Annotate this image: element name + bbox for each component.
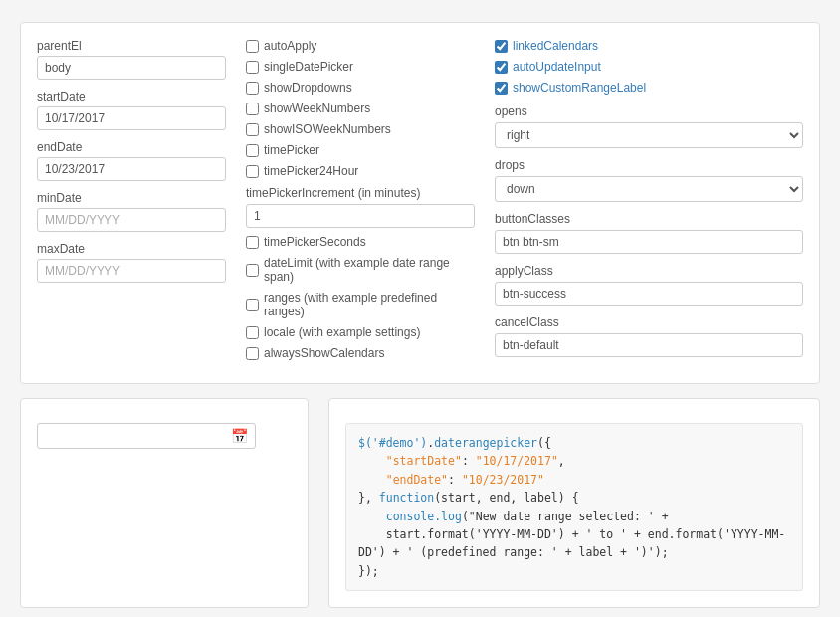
timepicker-input[interactable] xyxy=(246,204,475,228)
checkbox-input-showISOWeekNumbers[interactable] xyxy=(246,123,259,136)
checkbox-label-ranges: ranges (with example predefined ranges) xyxy=(264,291,475,318)
checkbox-ranges[interactable]: ranges (with example predefined ranges) xyxy=(246,291,475,318)
picker-demo-panel: 📅 xyxy=(20,398,309,608)
config-code-panel: $('#demo').daterangepicker({ "startDate"… xyxy=(328,398,820,608)
apply-class-label: applyClass xyxy=(495,264,803,278)
label-minDate: minDate xyxy=(37,191,226,205)
checkbox-label-timePicker24Hour: timePicker24Hour xyxy=(264,164,358,178)
checkbox-label-showCustomRangeLabel: showCustomRangeLabel xyxy=(513,81,646,95)
checkbox-showISOWeekNumbers[interactable]: showISOWeekNumbers xyxy=(246,122,475,136)
checkbox-input-singleDatePicker[interactable] xyxy=(246,61,259,74)
drops-label: drops xyxy=(495,158,803,172)
timepicker-label: timePickerIncrement (in minutes) xyxy=(246,186,475,200)
checkbox-input-linkedCalendars[interactable] xyxy=(495,40,508,53)
opens-label: opens xyxy=(495,104,803,118)
checkbox-label-alwaysShowCalendars: alwaysShowCalendars xyxy=(264,346,384,360)
code-block: $('#demo').daterangepicker({ "startDate"… xyxy=(345,423,803,591)
checkbox-autoUpdateInput[interactable]: autoUpdateInput xyxy=(495,60,803,74)
checkbox-input-dateLimit[interactable] xyxy=(246,264,259,277)
checkbox-input-timePicker24Hour[interactable] xyxy=(246,165,259,178)
label-endDate: endDate xyxy=(37,140,226,154)
checkbox-timePicker24Hour[interactable]: timePicker24Hour xyxy=(246,164,475,178)
cancel-class-input[interactable] xyxy=(495,333,803,357)
button-classes-label: buttonClasses xyxy=(495,212,803,226)
checkbox-input-showWeekNumbers[interactable] xyxy=(246,103,259,115)
apply-class-input[interactable] xyxy=(495,282,803,306)
input-maxDate[interactable] xyxy=(37,259,226,283)
opens-select[interactable]: leftrightcenter xyxy=(495,122,803,148)
checkbox-label-linkedCalendars: linkedCalendars xyxy=(513,39,598,53)
checkbox-locale[interactable]: locale (with example settings) xyxy=(246,325,475,339)
right-column: linkedCalendarsautoUpdateInputshowCustom… xyxy=(495,39,803,367)
checkbox-label-showWeekNumbers: showWeekNumbers xyxy=(264,102,370,115)
config-panel: parentElstartDateendDateminDatemaxDate a… xyxy=(20,22,820,384)
config-grid: parentElstartDateendDateminDatemaxDate a… xyxy=(37,39,803,367)
bottom-section: 📅 $('#demo').daterangepicker({ "startDat… xyxy=(20,398,820,608)
checkbox-autoApply[interactable]: autoApply xyxy=(246,39,475,53)
field-group-parentEl: parentEl xyxy=(37,39,226,80)
picker-demo-input[interactable]: 📅 xyxy=(37,423,256,449)
left-column: parentElstartDateendDateminDatemaxDate xyxy=(37,39,226,367)
checkbox-showCustomRangeLabel[interactable]: showCustomRangeLabel xyxy=(495,81,803,95)
field-group-maxDate: maxDate xyxy=(37,242,226,283)
checkbox-label-autoUpdateInput: autoUpdateInput xyxy=(513,60,601,74)
checkbox-singleDatePicker[interactable]: singleDatePicker xyxy=(246,60,475,74)
field-group-minDate: minDate xyxy=(37,191,226,232)
label-parentEl: parentEl xyxy=(37,39,226,53)
button-classes-input[interactable] xyxy=(495,230,803,254)
input-minDate[interactable] xyxy=(37,208,226,232)
checkbox-showDropdowns[interactable]: showDropdowns xyxy=(246,81,475,95)
drops-select[interactable]: downup xyxy=(495,176,803,202)
checkbox-input-ranges[interactable] xyxy=(246,299,259,311)
checkbox-linkedCalendars[interactable]: linkedCalendars xyxy=(495,39,803,53)
checkbox-label-singleDatePicker: singleDatePicker xyxy=(264,60,353,74)
checkbox-label-showISOWeekNumbers: showISOWeekNumbers xyxy=(264,122,391,136)
label-maxDate: maxDate xyxy=(37,242,226,256)
checkbox-alwaysShowCalendars[interactable]: alwaysShowCalendars xyxy=(246,346,475,360)
checkbox-showWeekNumbers[interactable]: showWeekNumbers xyxy=(246,102,475,115)
checkbox-timePickerSeconds[interactable]: timePickerSeconds xyxy=(246,235,475,249)
field-group-endDate: endDate xyxy=(37,140,226,181)
checkbox-label-timePicker: timePicker xyxy=(264,143,319,157)
checkbox-input-autoUpdateInput[interactable] xyxy=(495,61,508,74)
checkbox-timePicker[interactable]: timePicker xyxy=(246,143,475,157)
input-endDate[interactable] xyxy=(37,157,226,181)
calendar-icon: 📅 xyxy=(231,428,248,444)
checkbox-input-showDropdowns[interactable] xyxy=(246,82,259,95)
checkbox-dateLimit[interactable]: dateLimit (with example date range span) xyxy=(246,256,475,284)
input-startDate[interactable] xyxy=(37,106,226,130)
checkbox-input-autoApply[interactable] xyxy=(246,40,259,53)
input-parentEl[interactable] xyxy=(37,56,226,80)
checkbox-input-locale[interactable] xyxy=(246,326,259,339)
mid-column: autoApplysingleDatePickershowDropdownssh… xyxy=(246,39,475,367)
checkbox-input-showCustomRangeLabel[interactable] xyxy=(495,82,508,95)
checkbox-input-timePickerSeconds[interactable] xyxy=(246,236,259,249)
checkbox-label-dateLimit: dateLimit (with example date range span) xyxy=(264,256,475,284)
label-startDate: startDate xyxy=(37,90,226,103)
checkbox-input-timePicker[interactable] xyxy=(246,144,259,157)
checkbox-label-timePickerSeconds: timePickerSeconds xyxy=(264,235,366,249)
field-group-startDate: startDate xyxy=(37,90,226,130)
cancel-class-label: cancelClass xyxy=(495,315,803,329)
checkbox-input-alwaysShowCalendars[interactable] xyxy=(246,347,259,360)
timepicker-increment-section: timePickerIncrement (in minutes) xyxy=(246,186,475,228)
checkbox-label-locale: locale (with example settings) xyxy=(264,325,420,339)
checkbox-label-autoApply: autoApply xyxy=(264,39,316,53)
checkbox-label-showDropdowns: showDropdowns xyxy=(264,81,352,95)
